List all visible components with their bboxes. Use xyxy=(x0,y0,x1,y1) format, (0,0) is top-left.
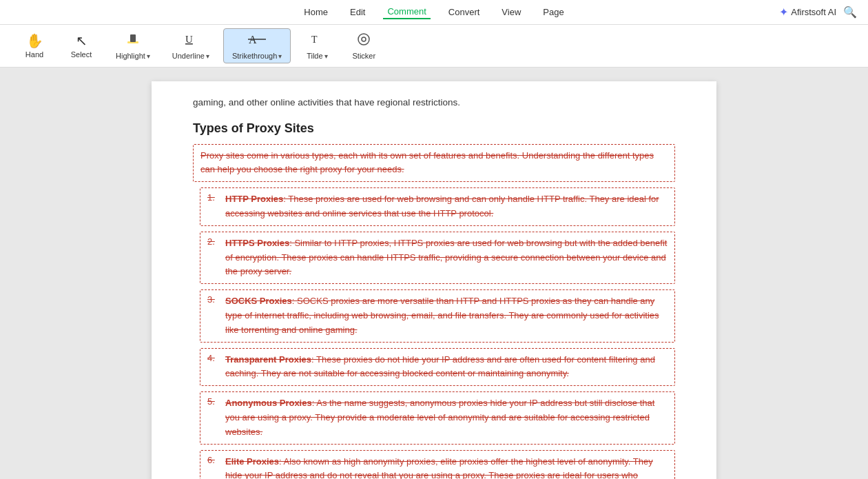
list-text-6: Elite Proxies: Also known as high anonym… xyxy=(225,455,668,479)
list-title-6: Elite Proxies xyxy=(225,456,279,467)
list-title-2: HTTPS Proxies xyxy=(225,238,289,248)
toolbar: ✋ Hand ↖ Select Highlight ▾ U Underline … xyxy=(0,25,868,68)
list-text-3: SOCKS Proxies: SOCKS proxies are more ve… xyxy=(225,294,668,337)
intro-text: gaming, and other online activities that… xyxy=(193,95,675,110)
hand-icon: ✋ xyxy=(26,34,43,48)
highlight-label-wrap: Highlight ▾ xyxy=(116,52,150,60)
tilde-tool[interactable]: T Tilde ▾ xyxy=(296,29,338,63)
list-num-2: 2. xyxy=(207,236,220,279)
list-item: 3. SOCKS Proxies: SOCKS proxies are more… xyxy=(200,289,675,342)
svg-rect-1 xyxy=(130,34,136,42)
menu-items: Home Edit Comment Convert View Page xyxy=(300,5,568,19)
list-text-4: Transparent Proxies: These proxies do no… xyxy=(225,353,668,382)
list-title-4: Transparent Proxies xyxy=(225,354,311,365)
menu-comment[interactable]: Comment xyxy=(383,5,430,19)
tilde-icon: T xyxy=(309,32,324,49)
sticker-icon xyxy=(356,32,371,49)
menu-bar: Home Edit Comment Convert View Page ✦ Af… xyxy=(0,0,868,25)
ai-button[interactable]: ✦ Afirstsoft AI xyxy=(779,6,836,19)
list-item: 2. HTTPS Proxies: Similar to HTTP proxie… xyxy=(200,232,675,284)
highlight-arrow: ▾ xyxy=(147,52,150,60)
doc-page: gaming, and other online activities that… xyxy=(152,81,716,479)
svg-text:U: U xyxy=(185,34,193,45)
list-item: 5. Anonymous Proxies: As the name sugges… xyxy=(200,391,675,444)
underline-tool[interactable]: U Underline ▾ xyxy=(164,29,218,63)
underline-label-wrap: Underline ▾ xyxy=(172,52,209,60)
menu-edit[interactable]: Edit xyxy=(346,6,369,19)
underline-icon: U xyxy=(183,32,198,49)
select-icon: ↖ xyxy=(76,34,87,48)
ai-label: Afirstsoft AI xyxy=(791,7,836,17)
list-num-3: 3. xyxy=(207,294,220,337)
list-num-1: 1. xyxy=(207,192,220,221)
list-title-3: SOCKS Proxies xyxy=(225,296,292,306)
select-label: Select xyxy=(71,50,92,59)
list-num-4: 4. xyxy=(207,353,220,382)
hand-tool[interactable]: ✋ Hand xyxy=(14,31,55,61)
intro-para-box: Proxy sites come in various types, each … xyxy=(193,144,675,183)
list-container: 1. HTTP Proxies: These proxies are used … xyxy=(193,187,675,479)
select-tool[interactable]: ↖ Select xyxy=(61,31,102,61)
menu-convert[interactable]: Convert xyxy=(444,6,484,19)
underline-label: Underline xyxy=(172,52,205,60)
list-item: 6. Elite Proxies: Also known as high ano… xyxy=(200,450,675,479)
menu-page[interactable]: Page xyxy=(539,6,568,19)
highlight-label: Highlight xyxy=(116,52,145,60)
svg-point-6 xyxy=(358,34,369,45)
right-section: ✦ Afirstsoft AI 🔍 xyxy=(779,6,857,19)
document-area: gaming, and other online activities that… xyxy=(0,68,868,479)
tilde-label: Tilde xyxy=(307,52,322,60)
menu-view[interactable]: View xyxy=(497,6,525,19)
strikethrough-arrow: ▾ xyxy=(278,52,282,60)
list-text-1: HTTP Proxies: These proxies are used for… xyxy=(225,192,668,221)
list-item: 1. HTTP Proxies: These proxies are used … xyxy=(200,187,675,226)
section-title: Types of Proxy Sites xyxy=(193,121,675,136)
highlight-tool[interactable]: Highlight ▾ xyxy=(107,29,158,63)
list-item: 4. Transparent Proxies: These proxies do… xyxy=(200,348,675,387)
hand-label: Hand xyxy=(25,50,43,59)
ai-star-icon: ✦ xyxy=(779,6,788,19)
svg-text:T: T xyxy=(311,34,318,45)
tilde-label-wrap: Tilde ▾ xyxy=(307,52,327,60)
list-text-5: Anonymous Proxies: As the name suggests,… xyxy=(225,396,668,439)
sticker-tool[interactable]: Sticker xyxy=(343,29,384,63)
sticker-label: Sticker xyxy=(353,52,376,60)
highlight-icon xyxy=(125,32,141,49)
svg-point-7 xyxy=(362,37,366,41)
list-num-6: 6. xyxy=(207,455,220,479)
menu-home[interactable]: Home xyxy=(300,6,332,19)
list-text-2: HTTPS Proxies: Similar to HTTP proxies, … xyxy=(225,236,668,279)
intro-para-text: Proxy sites come in various types, each … xyxy=(200,150,654,175)
strikethrough-tool[interactable]: A Strikethrough ▾ xyxy=(223,28,291,63)
list-title-1: HTTP Proxies xyxy=(225,194,283,204)
list-title-5: Anonymous Proxies xyxy=(225,398,312,408)
list-num-5: 5. xyxy=(207,396,220,439)
strikethrough-icon: A xyxy=(247,32,267,49)
strikethrough-label: Strikethrough xyxy=(232,52,277,60)
underline-arrow: ▾ xyxy=(206,52,209,60)
search-icon[interactable]: 🔍 xyxy=(843,6,857,19)
strikethrough-label-wrap: Strikethrough ▾ xyxy=(232,52,282,60)
tilde-arrow: ▾ xyxy=(324,52,328,60)
